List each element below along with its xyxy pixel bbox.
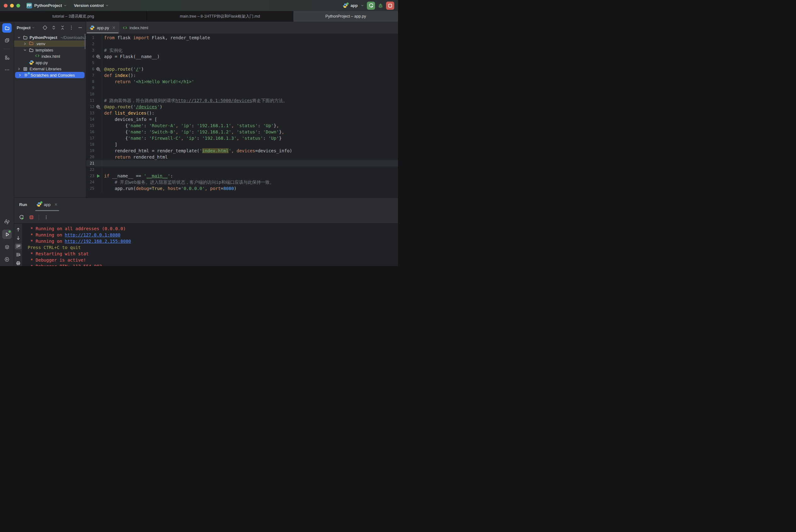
chevron-down-icon[interactable]: [361, 4, 364, 7]
code-line: 1 from flask import Flask, render_templa…: [86, 35, 398, 41]
rerun-icon[interactable]: [19, 214, 24, 220]
collapse-all-icon[interactable]: [60, 25, 65, 30]
line-number: 5: [86, 60, 94, 66]
activity-bar: [0, 22, 14, 266]
print-icon[interactable]: [15, 260, 22, 266]
web-gutter-icon[interactable]: [96, 54, 101, 59]
code-line: 22: [86, 167, 398, 173]
tree-item[interactable]: templates: [14, 47, 86, 53]
code-line: 20 return rendered_html: [86, 154, 398, 160]
scroll-end-icon[interactable]: [15, 252, 22, 258]
close-icon[interactable]: [112, 26, 116, 30]
project-view-selector[interactable]: Project: [17, 25, 35, 30]
web-gutter-icon[interactable]: [96, 104, 101, 109]
chevron-right-icon[interactable]: [17, 67, 21, 71]
tree-item-label: app.py: [36, 60, 48, 65]
tree-item-label: .venv: [36, 41, 45, 46]
hide-icon[interactable]: [78, 25, 83, 30]
editor-area: app.py index.html 1 from flask import Fl…: [86, 22, 398, 197]
line-number: 23: [86, 173, 94, 179]
code-line: 4 app = Flask(__name__): [86, 53, 398, 60]
window-tab[interactable]: tutorial – 3通讯概览.png: [0, 11, 147, 22]
locate-icon[interactable]: [42, 25, 48, 30]
tree-item-label: PythonProject: [30, 35, 57, 40]
debug-icon[interactable]: [378, 3, 383, 8]
run-tab-app[interactable]: app: [35, 198, 59, 211]
project-menu[interactable]: PythonProject: [34, 3, 67, 8]
services-icon[interactable]: [2, 242, 12, 251]
stop-icon[interactable]: [29, 215, 34, 220]
python-outline-icon[interactable]: [2, 217, 12, 226]
chevron-right-icon[interactable]: [18, 73, 22, 77]
project-folder-icon[interactable]: [2, 23, 12, 33]
run-toolbar: [14, 211, 398, 224]
chevron-right-icon[interactable]: [23, 42, 28, 46]
run-config-name[interactable]: app: [350, 3, 358, 8]
python-console-icon[interactable]: [2, 255, 12, 264]
line-number: 15: [86, 122, 94, 129]
window-tab[interactable]: main.tree – 8-1HTTP协议和Flask框架入门.md: [147, 11, 294, 22]
code-editor[interactable]: 1 from flask import Flask, render_templa…: [86, 34, 398, 197]
running-indicator: [346, 2, 349, 5]
console-line: * Debugger PIN: 112-554-983: [28, 263, 398, 266]
project-tool-window: Project PythonProject~/Downloads/P .venv…: [14, 22, 86, 197]
code-line: 14 devices_info = [: [86, 116, 398, 122]
run-icon[interactable]: [2, 230, 12, 239]
expand-all-icon[interactable]: [51, 25, 56, 30]
content-area: Project PythonProject~/Downloads/P .venv…: [14, 22, 398, 266]
tree-item[interactable]: External Libraries: [14, 65, 86, 72]
tree-item[interactable]: Scratches and Consoles: [15, 72, 85, 78]
editor-tab-index-html[interactable]: index.html: [119, 22, 151, 34]
line-number: 25: [86, 185, 94, 192]
scratches-icon: [24, 73, 29, 78]
console-link[interactable]: http://127.0.0.1:8080: [65, 232, 121, 238]
code-line: 9: [86, 85, 398, 91]
options-icon[interactable]: [69, 25, 74, 30]
console-output[interactable]: * Running on all addresses (0.0.0.0) * R…: [23, 224, 398, 266]
minimize-window-button[interactable]: [10, 4, 14, 7]
version-control-menu[interactable]: Version control: [74, 3, 109, 8]
structure-icon[interactable]: [2, 53, 12, 62]
rerun-button[interactable]: [367, 2, 375, 10]
commit-icon[interactable]: [2, 36, 12, 45]
soft-wrap-icon[interactable]: [15, 243, 22, 249]
run-gutter-icon[interactable]: [96, 174, 100, 178]
zoom-window-button[interactable]: [16, 4, 20, 7]
web-gutter-icon[interactable]: [96, 67, 101, 72]
down-icon[interactable]: [15, 235, 22, 241]
console-link[interactable]: http://192.168.2.155:8080: [65, 239, 131, 244]
line-number: 20: [86, 154, 94, 160]
tree-item[interactable]: app.py: [14, 59, 86, 65]
close-icon[interactable]: [54, 203, 58, 206]
tree-item-label: Scratches and Consoles: [31, 73, 75, 78]
chevron-down-icon[interactable]: [23, 48, 28, 52]
tree-item-label: External Libraries: [30, 66, 61, 71]
run-controls: app: [343, 2, 394, 10]
run-panel-header: Run app: [14, 198, 398, 211]
folder-icon: [23, 35, 28, 40]
tree-item[interactable]: PythonProject~/Downloads/P: [14, 34, 86, 40]
code-line: 21: [86, 160, 398, 167]
project-panel-header: Project: [14, 22, 86, 34]
project-panel-title: Project: [17, 25, 31, 30]
close-window-button[interactable]: [4, 4, 7, 7]
editor-tab-bar: app.py index.html: [86, 22, 398, 34]
up-icon[interactable]: [15, 227, 22, 233]
title-bar: PP PythonProject Version control app: [0, 0, 398, 11]
line-number: 21: [86, 160, 94, 167]
tree-item[interactable]: .venv: [14, 40, 86, 47]
scrollbar-thumb[interactable]: [85, 34, 86, 49]
more-icon[interactable]: [2, 65, 12, 74]
chevron-down-icon[interactable]: [17, 36, 21, 40]
more-vertical-icon[interactable]: [44, 215, 49, 220]
editor-tab-label: index.html: [129, 25, 148, 30]
project-tree: PythonProject~/Downloads/P .venv templat…: [14, 34, 86, 78]
editor-tab-app-py[interactable]: app.py: [86, 22, 119, 34]
window-tab[interactable]: PythonProject – app.py: [293, 11, 398, 22]
code-line: 24 # 开启web服务。进入阻塞监听状态，客户端的访问ip和端口应该与此保持一…: [86, 179, 398, 185]
line-number: 2: [86, 41, 94, 47]
line-number: 22: [86, 167, 94, 173]
stop-button[interactable]: [386, 2, 394, 10]
console-line: * Running on all addresses (0.0.0.0): [28, 226, 398, 232]
tree-item[interactable]: index.html: [14, 53, 86, 59]
